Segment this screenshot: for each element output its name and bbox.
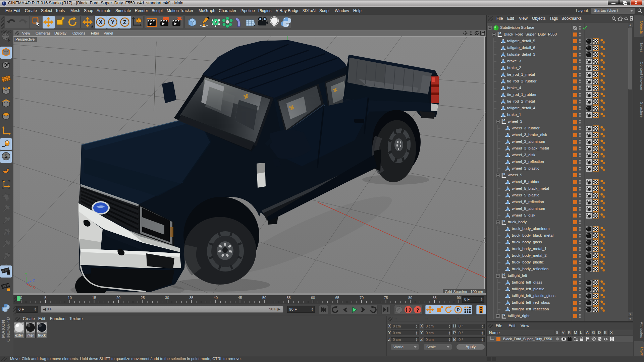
svg-text:R: R	[7, 233, 9, 235]
svg-text:40: 40	[214, 296, 218, 300]
svg-text:0: 0	[503, 273, 505, 276]
svg-text:0: 0	[499, 32, 501, 35]
svg-text:30: 30	[165, 296, 169, 300]
svg-text:55: 55	[286, 296, 290, 300]
svg-text:X: X	[33, 286, 35, 290]
svg-text:S: S	[4, 154, 7, 159]
svg-text:5: 5	[44, 296, 46, 300]
svg-text:35: 35	[189, 296, 193, 300]
svg-text:20: 20	[116, 296, 120, 300]
svg-text:60: 60	[311, 296, 315, 300]
svg-text:0: 0	[503, 219, 505, 223]
svg-text:X: X	[99, 19, 103, 25]
svg-text:R: R	[8, 217, 10, 220]
svg-text:Z: Z	[123, 19, 126, 25]
svg-text:0: 0	[503, 172, 505, 176]
svg-text:Y: Y	[25, 272, 28, 276]
svg-text:70: 70	[360, 296, 364, 300]
svg-text:25: 25	[141, 296, 145, 300]
svg-text:10: 10	[68, 296, 72, 300]
svg-text:50: 50	[262, 296, 266, 300]
svg-text:45: 45	[238, 296, 242, 300]
svg-text:90: 90	[457, 296, 461, 300]
svg-text:15: 15	[92, 296, 96, 300]
svg-text:0: 0	[503, 119, 505, 122]
svg-text:0: 0	[503, 313, 505, 316]
svg-text:85: 85	[432, 296, 436, 300]
svg-text:80: 80	[408, 296, 412, 300]
svg-text:Z: Z	[33, 279, 35, 283]
svg-text:Y: Y	[111, 19, 115, 25]
svg-text:S: S	[7, 231, 9, 233]
svg-text:?: ?	[416, 307, 419, 313]
svg-text:65: 65	[335, 296, 339, 300]
svg-text:P: P	[457, 307, 460, 312]
svg-text:75: 75	[384, 296, 388, 300]
svg-text:P: P	[7, 228, 9, 231]
svg-text:P: P	[8, 205, 10, 208]
